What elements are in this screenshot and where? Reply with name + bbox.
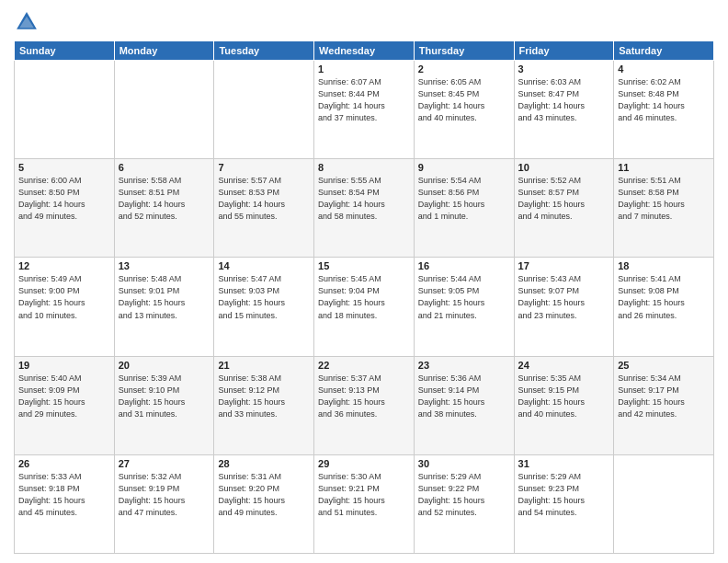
day-number: 3: [518, 63, 610, 75]
day-info: Sunrise: 5:44 AM Sunset: 9:05 PM Dayligh…: [418, 273, 510, 321]
calendar-cell: [15, 61, 115, 159]
weekday-header-friday: Friday: [514, 41, 614, 61]
day-number: 4: [618, 63, 710, 75]
day-number: 26: [18, 458, 110, 469]
calendar-cell: 1Sunrise: 6:07 AM Sunset: 8:44 PM Daylig…: [314, 61, 415, 159]
calendar-cell: 3Sunrise: 6:03 AM Sunset: 8:47 PM Daylig…: [514, 61, 614, 159]
day-info: Sunrise: 5:29 AM Sunset: 9:22 PM Dayligh…: [418, 471, 510, 519]
day-number: 30: [418, 458, 510, 469]
calendar-cell: 11Sunrise: 5:51 AM Sunset: 8:58 PM Dayli…: [614, 159, 714, 258]
calendar-cell: 12Sunrise: 5:49 AM Sunset: 9:00 PM Dayli…: [15, 258, 115, 356]
day-number: 11: [618, 162, 710, 173]
page: SundayMondayTuesdayWednesdayThursdayFrid…: [0, 0, 728, 563]
weekday-header-tuesday: Tuesday: [214, 41, 314, 61]
day-number: 16: [418, 260, 510, 271]
day-info: Sunrise: 5:31 AM Sunset: 9:20 PM Dayligh…: [218, 471, 310, 519]
day-number: 20: [119, 360, 210, 371]
weekday-header-thursday: Thursday: [414, 41, 514, 61]
calendar-cell: [614, 454, 714, 553]
day-number: 24: [518, 360, 610, 371]
week-row-3: 12Sunrise: 5:49 AM Sunset: 9:00 PM Dayli…: [15, 258, 714, 356]
day-number: 29: [318, 458, 410, 469]
calendar-cell: 22Sunrise: 5:37 AM Sunset: 9:13 PM Dayli…: [314, 356, 415, 454]
weekday-header-row: SundayMondayTuesdayWednesdayThursdayFrid…: [15, 41, 714, 61]
day-info: Sunrise: 5:35 AM Sunset: 9:15 PM Dayligh…: [518, 373, 610, 420]
day-number: 9: [418, 162, 510, 173]
day-info: Sunrise: 5:32 AM Sunset: 9:19 PM Dayligh…: [119, 471, 210, 519]
day-info: Sunrise: 6:07 AM Sunset: 8:44 PM Dayligh…: [318, 76, 410, 124]
logo-icon: [14, 9, 40, 35]
calendar-cell: 10Sunrise: 5:52 AM Sunset: 8:57 PM Dayli…: [514, 159, 614, 258]
calendar-cell: 25Sunrise: 5:34 AM Sunset: 9:17 PM Dayli…: [614, 356, 714, 454]
day-info: Sunrise: 5:43 AM Sunset: 9:07 PM Dayligh…: [518, 273, 610, 321]
weekday-header-saturday: Saturday: [614, 41, 714, 61]
day-number: 18: [618, 260, 710, 271]
day-info: Sunrise: 5:33 AM Sunset: 9:18 PM Dayligh…: [18, 471, 110, 519]
day-info: Sunrise: 5:55 AM Sunset: 8:54 PM Dayligh…: [318, 175, 410, 223]
day-number: 19: [18, 360, 110, 371]
calendar-cell: 20Sunrise: 5:39 AM Sunset: 9:10 PM Dayli…: [114, 356, 214, 454]
day-info: Sunrise: 5:41 AM Sunset: 9:08 PM Dayligh…: [618, 273, 710, 321]
day-number: 8: [318, 162, 410, 173]
calendar-cell: 18Sunrise: 5:41 AM Sunset: 9:08 PM Dayli…: [614, 258, 714, 356]
day-info: Sunrise: 5:45 AM Sunset: 9:04 PM Dayligh…: [318, 273, 410, 321]
calendar-cell: 2Sunrise: 6:05 AM Sunset: 8:45 PM Daylig…: [414, 61, 514, 159]
day-info: Sunrise: 5:54 AM Sunset: 8:56 PM Dayligh…: [418, 175, 510, 223]
calendar-table: SundayMondayTuesdayWednesdayThursdayFrid…: [14, 40, 714, 554]
calendar-cell: 29Sunrise: 5:30 AM Sunset: 9:21 PM Dayli…: [314, 454, 415, 553]
day-info: Sunrise: 5:48 AM Sunset: 9:01 PM Dayligh…: [119, 273, 210, 321]
calendar-cell: 19Sunrise: 5:40 AM Sunset: 9:09 PM Dayli…: [15, 356, 115, 454]
day-number: 17: [518, 260, 610, 271]
calendar-cell: [214, 61, 314, 159]
calendar-cell: 13Sunrise: 5:48 AM Sunset: 9:01 PM Dayli…: [114, 258, 214, 356]
day-info: Sunrise: 5:47 AM Sunset: 9:03 PM Dayligh…: [218, 273, 310, 321]
calendar-cell: 24Sunrise: 5:35 AM Sunset: 9:15 PM Dayli…: [514, 356, 614, 454]
calendar-cell: 17Sunrise: 5:43 AM Sunset: 9:07 PM Dayli…: [514, 258, 614, 356]
calendar-cell: 6Sunrise: 5:58 AM Sunset: 8:51 PM Daylig…: [114, 159, 214, 258]
day-info: Sunrise: 5:52 AM Sunset: 8:57 PM Dayligh…: [518, 175, 610, 223]
day-number: 25: [618, 360, 710, 371]
day-number: 13: [119, 260, 210, 271]
day-number: 21: [218, 360, 310, 371]
calendar-cell: 31Sunrise: 5:29 AM Sunset: 9:23 PM Dayli…: [514, 454, 614, 553]
day-number: 12: [18, 260, 110, 271]
day-number: 22: [318, 360, 410, 371]
calendar-cell: 16Sunrise: 5:44 AM Sunset: 9:05 PM Dayli…: [414, 258, 514, 356]
calendar-cell: 14Sunrise: 5:47 AM Sunset: 9:03 PM Dayli…: [214, 258, 314, 356]
calendar-cell: 8Sunrise: 5:55 AM Sunset: 8:54 PM Daylig…: [314, 159, 415, 258]
calendar-cell: 27Sunrise: 5:32 AM Sunset: 9:19 PM Dayli…: [114, 454, 214, 553]
day-info: Sunrise: 5:40 AM Sunset: 9:09 PM Dayligh…: [18, 373, 110, 420]
week-row-4: 19Sunrise: 5:40 AM Sunset: 9:09 PM Dayli…: [15, 356, 714, 454]
day-info: Sunrise: 5:38 AM Sunset: 9:12 PM Dayligh…: [218, 373, 310, 420]
day-number: 14: [218, 260, 310, 271]
calendar-cell: 30Sunrise: 5:29 AM Sunset: 9:22 PM Dayli…: [414, 454, 514, 553]
week-row-2: 5Sunrise: 6:00 AM Sunset: 8:50 PM Daylig…: [15, 159, 714, 258]
day-info: Sunrise: 6:03 AM Sunset: 8:47 PM Dayligh…: [518, 76, 610, 124]
day-info: Sunrise: 5:37 AM Sunset: 9:13 PM Dayligh…: [318, 373, 410, 420]
day-number: 27: [119, 458, 210, 469]
day-info: Sunrise: 5:36 AM Sunset: 9:14 PM Dayligh…: [418, 373, 510, 420]
calendar-cell: 4Sunrise: 6:02 AM Sunset: 8:48 PM Daylig…: [614, 61, 714, 159]
week-row-1: 1Sunrise: 6:07 AM Sunset: 8:44 PM Daylig…: [15, 61, 714, 159]
day-info: Sunrise: 5:29 AM Sunset: 9:23 PM Dayligh…: [518, 471, 610, 519]
day-number: 28: [218, 458, 310, 469]
day-info: Sunrise: 5:34 AM Sunset: 9:17 PM Dayligh…: [618, 373, 710, 420]
day-number: 5: [18, 162, 110, 173]
day-number: 2: [418, 63, 510, 75]
day-info: Sunrise: 5:58 AM Sunset: 8:51 PM Dayligh…: [119, 175, 210, 223]
week-row-5: 26Sunrise: 5:33 AM Sunset: 9:18 PM Dayli…: [15, 454, 714, 553]
calendar-cell: [114, 61, 214, 159]
calendar-cell: 15Sunrise: 5:45 AM Sunset: 9:04 PM Dayli…: [314, 258, 415, 356]
weekday-header-monday: Monday: [114, 41, 214, 61]
day-info: Sunrise: 6:00 AM Sunset: 8:50 PM Dayligh…: [18, 175, 110, 223]
calendar-cell: 28Sunrise: 5:31 AM Sunset: 9:20 PM Dayli…: [214, 454, 314, 553]
day-info: Sunrise: 5:39 AM Sunset: 9:10 PM Dayligh…: [119, 373, 210, 420]
calendar-cell: 21Sunrise: 5:38 AM Sunset: 9:12 PM Dayli…: [214, 356, 314, 454]
calendar-cell: 23Sunrise: 5:36 AM Sunset: 9:14 PM Dayli…: [414, 356, 514, 454]
day-number: 1: [318, 63, 410, 75]
calendar-cell: 9Sunrise: 5:54 AM Sunset: 8:56 PM Daylig…: [414, 159, 514, 258]
weekday-header-sunday: Sunday: [15, 41, 115, 61]
day-number: 15: [318, 260, 410, 271]
calendar-cell: 7Sunrise: 5:57 AM Sunset: 8:53 PM Daylig…: [214, 159, 314, 258]
day-info: Sunrise: 5:57 AM Sunset: 8:53 PM Dayligh…: [218, 175, 310, 223]
